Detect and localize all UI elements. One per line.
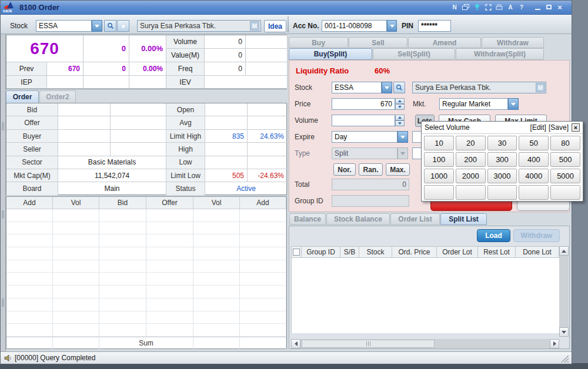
depth-cell[interactable] [99,247,146,260]
news-icon[interactable]: N [451,4,458,11]
depth-cell[interactable] [53,222,99,235]
maximize-button[interactable] [545,4,552,11]
depth-cell[interactable] [6,324,53,337]
market-dropdown-button[interactable] [508,98,519,110]
expire-dropdown-button[interactable] [397,131,408,143]
scroll-up-button[interactable] [559,246,569,256]
normal-button[interactable]: Nor. [333,163,356,176]
depth-cell[interactable] [240,311,286,324]
volume-preset-button[interactable]: 50 [519,136,549,150]
depth-cell[interactable] [6,247,53,260]
vertical-scrollbar-track[interactable] [559,256,569,327]
depth-cell[interactable] [99,286,146,298]
stock-favorite-button[interactable]: ★ [117,20,129,32]
split-list-column-header[interactable]: Group ID [302,246,340,258]
depth-cell[interactable] [99,324,146,337]
volume-preset-button[interactable]: 100 [424,152,454,167]
account-dropdown-button[interactable] [387,20,397,32]
tab-sell-split[interactable]: Sell(Split) [373,48,455,60]
group-id-input[interactable] [332,195,409,207]
split-list-column-header[interactable]: Rest Lot [478,246,516,258]
depth-cell[interactable] [146,311,193,324]
depth-cell[interactable] [99,209,146,222]
popup-close-button[interactable]: × [572,123,580,132]
depth-cell[interactable] [53,286,99,298]
order-stock-search-button[interactable] [393,82,405,93]
depth-cell[interactable] [240,234,286,247]
tab-stock-balance[interactable]: Stock Balance [326,213,390,225]
depth-cell[interactable] [193,311,240,324]
depth-cell[interactable] [99,298,146,311]
order-stock-input[interactable]: ESSA [332,82,382,93]
depth-cell[interactable] [99,260,146,273]
depth-cell[interactable] [53,234,99,247]
depth-cell[interactable] [99,222,146,235]
depth-cell[interactable] [99,273,146,286]
depth-cell[interactable] [6,234,53,247]
depth-cell[interactable] [240,298,286,311]
horizontal-scrollbar-thumb[interactable] [302,340,435,348]
depth-cell[interactable] [6,222,53,235]
depth-cell[interactable] [99,234,146,247]
depth-cell[interactable] [146,273,193,286]
popup-edit-link[interactable]: [Edit] [530,123,546,132]
tab-withdraw[interactable]: Withdraw [482,37,544,48]
volume-preset-empty[interactable] [424,185,454,200]
volume-stepper[interactable] [395,115,405,126]
tab-buy-split[interactable]: Buy(Split) [289,48,372,60]
split-list-column-header[interactable]: Ord. Price [392,246,437,258]
title-bar[interactable]: naik 8100 Order N A ? [1,1,572,15]
depth-cell[interactable] [146,260,193,273]
depth-cell[interactable] [53,311,99,324]
volume-preset-button[interactable]: 300 [487,152,517,167]
select-all-checkbox[interactable] [293,249,300,256]
depth-cell[interactable] [53,298,99,311]
volume-preset-button[interactable]: 1000 [424,169,454,183]
volume-preset-empty[interactable] [456,185,486,200]
pin-icon[interactable] [473,4,480,11]
volume-preset-button[interactable]: 4000 [519,169,549,183]
popup-save-link[interactable]: [Save] [549,123,569,132]
pin-input[interactable]: ****** [418,20,451,32]
stock-input[interactable]: ESSA [36,20,92,32]
font-size-icon[interactable]: A [507,4,514,11]
scroll-down-button[interactable] [559,327,569,337]
volume-preset-button[interactable]: 200 [456,152,486,167]
scroll-right-button[interactable] [550,339,559,348]
depth-cell[interactable] [193,324,240,337]
depth-cell[interactable] [6,298,53,311]
load-button[interactable]: Load [477,229,510,242]
tab-amend[interactable]: Amend [408,37,481,48]
depth-cell[interactable] [240,260,286,273]
depth-cell[interactable] [193,298,240,311]
volume-preset-button[interactable]: 20 [456,136,486,150]
depth-cell[interactable] [193,286,240,298]
volume-preset-button[interactable]: 500 [550,152,580,167]
depth-cell[interactable] [6,273,53,286]
help-icon[interactable]: ? [518,4,525,11]
depth-cell[interactable] [146,222,193,235]
account-select[interactable]: 001-11-008098 [322,20,387,32]
minimize-button[interactable] [534,4,541,11]
depth-cell[interactable] [193,234,240,247]
order-market-info-button[interactable]: M [536,83,545,92]
tab-withdraw-split[interactable]: Withdraw(Split) [456,48,544,60]
left-splitter[interactable] [1,34,6,352]
resize-grip[interactable] [560,354,570,363]
market-info-button[interactable]: M [250,21,259,31]
depth-cell[interactable] [53,209,99,222]
tab-balance[interactable]: Balance [289,213,326,225]
depth-cell[interactable] [146,298,193,311]
depth-cell[interactable] [146,247,193,260]
depth-cell[interactable] [193,273,240,286]
print-icon[interactable] [496,4,503,11]
depth-cell[interactable] [240,273,286,286]
depth-cell[interactable] [146,286,193,298]
depth-cell[interactable] [53,324,99,337]
depth-cell[interactable] [240,209,286,222]
volume-preset-button[interactable]: 400 [519,152,549,167]
depth-cell[interactable] [99,311,146,324]
tab-sell[interactable]: Sell [349,37,407,48]
depth-cell[interactable] [53,260,99,273]
volume-preset-empty[interactable] [487,185,517,200]
